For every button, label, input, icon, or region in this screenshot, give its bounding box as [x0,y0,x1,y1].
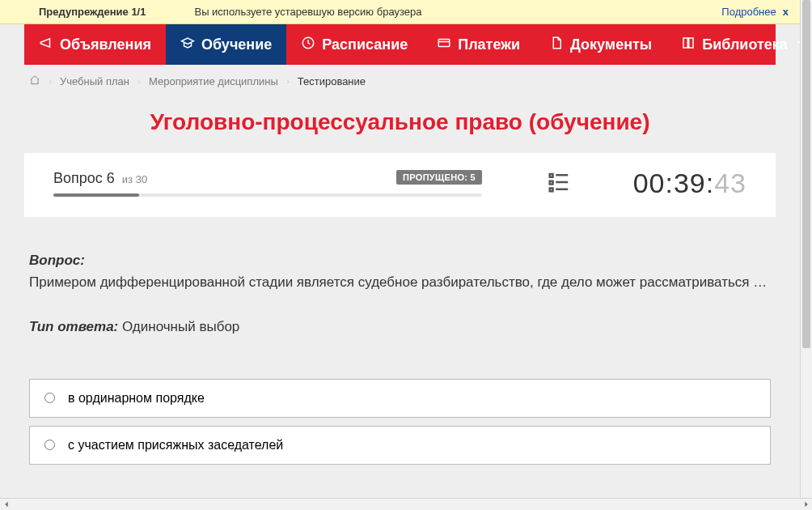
main-nav: Объявления Обучение Расписание Платежи Д… [24,24,776,65]
nav-label: Расписание [322,36,408,53]
skipped-badge: ПРОПУЩЕНО: 5 [396,170,482,185]
home-icon[interactable] [29,74,40,88]
answer-type-value: Одиночный выбор [118,319,239,334]
warning-close-button[interactable]: x [783,6,789,18]
nav-label: Библиотека [702,36,788,53]
question-text: Примером дифференцированной стадии являе… [29,274,767,290]
question-body: Вопрос: Примером дифференцированной стад… [0,217,800,338]
horizontal-scrollbar[interactable] [0,498,812,510]
document-icon [549,36,564,54]
warning-title: Предупреждение 1/1 [39,6,146,18]
answer-type-label: Тип ответа: [29,319,118,334]
clock-icon [301,36,315,54]
scrollbar-thumb[interactable] [802,0,810,348]
breadcrumb-item-current: Тестирование [298,75,366,87]
scroll-right-arrow[interactable] [800,499,812,511]
breadcrumb-item[interactable]: Мероприятие дисциплины [149,75,278,87]
question-list-button[interactable] [547,170,571,198]
page-title: Уголовно-процессуальное право (обучение) [0,95,800,153]
nav-schedule[interactable]: Расписание [286,24,422,65]
warning-text: Вы используете устаревшую версию браузер… [194,6,421,18]
warning-bar: Предупреждение 1/1 Вы используете устаре… [0,0,800,24]
question-label: Вопрос: [29,253,85,268]
answer-text: с участием присяжных заседателей [68,438,283,453]
chevron-right-icon [47,75,53,87]
megaphone-icon [39,36,53,54]
answer-text: в ординарном порядке [68,391,205,406]
scroll-left-arrow[interactable] [0,499,12,511]
nav-documents[interactable]: Документы [535,24,666,65]
nav-label: Документы [570,36,652,53]
nav-education[interactable]: Обучение [166,24,286,65]
graduation-cap-icon [180,36,195,54]
answer-radio[interactable] [44,440,55,450]
book-icon [681,36,696,54]
nav-library[interactable]: Библиотека [666,24,800,65]
vertical-scrollbar[interactable] [800,0,812,498]
chevron-right-icon [285,75,291,87]
breadcrumb-item[interactable]: Учебный план [60,75,129,87]
svg-rect-3 [550,181,553,184]
progress-fill [53,193,139,197]
question-panel: ПРОПУЩЕНО: 5 Вопрос 6 из 30 00:39:43 [24,153,776,217]
answer-option[interactable]: с участием присяжных заседателей [29,426,771,465]
nav-payments[interactable]: Платежи [422,24,535,65]
progress-bar [53,193,482,197]
warning-more-link[interactable]: Подробнее [721,6,776,18]
nav-label: Платежи [458,36,520,53]
nav-announcements[interactable]: Объявления [24,24,166,65]
chevron-right-icon [136,75,142,87]
question-number: Вопрос 6 из 30 [53,170,147,186]
nav-label: Объявления [60,36,151,53]
breadcrumb: Учебный план Мероприятие дисциплины Тест… [0,65,800,95]
nav-label: Обучение [201,36,272,53]
answer-radio[interactable] [44,393,55,403]
svg-rect-4 [550,188,553,191]
svg-rect-1 [438,39,450,46]
card-icon [437,36,451,54]
answer-option[interactable]: в ординарном порядке [29,379,771,418]
answers-list: в ординарном порядке с участием присяжны… [0,379,800,465]
timer: 00:39:43 [633,168,746,199]
chevron-down-icon [794,36,800,54]
svg-rect-2 [550,174,553,177]
